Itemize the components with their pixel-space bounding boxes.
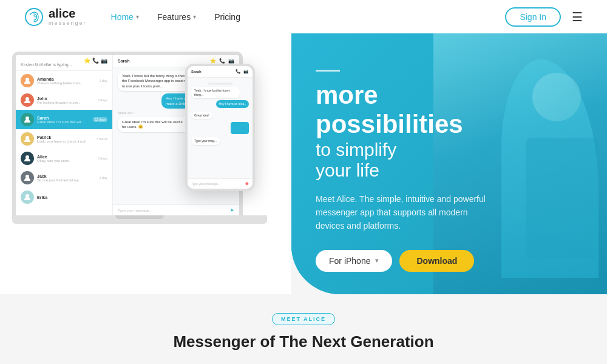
avatar-john (21, 93, 34, 107)
avatar-patrick (21, 132, 34, 146)
nav-right: Sign In ☰ (505, 7, 583, 27)
phone-bubble-1: Yeah, I know but the funny thing... (191, 87, 240, 98)
features-chevron-icon: ▾ (193, 13, 196, 20)
logo-sub: messenger (49, 20, 87, 26)
iphone-label: For iPhone (329, 256, 370, 266)
phone-chat: Sarah 📞 📷 Yeah, I know but the funny thi… (188, 66, 253, 189)
download-button[interactable]: Download (399, 250, 474, 272)
phone-topbar: Sarah 📞 📷 (188, 66, 253, 78)
logo[interactable]: alice messenger (24, 7, 87, 27)
phone-mockup: Sarah 📞 📷 Yeah, I know but the funny thi… (185, 64, 255, 191)
bubble-received-1: Yeah, I know but the funny thing is that… (118, 71, 191, 91)
sidebar: Kirsten McKellar is typing... ⭐ 📞 📷 (16, 55, 113, 215)
contact-erika[interactable]: Erika (16, 187, 112, 207)
phone-video-icon: 📷 (243, 69, 249, 74)
logo-name: alice (49, 7, 75, 20)
chat-input-bar: Type your message... ➤ (113, 204, 239, 215)
hero-title-big: morepossibilities (316, 81, 522, 140)
contact-sarah[interactable]: Sarah Great idea! I'm sure this wil... 1… (16, 110, 112, 129)
phone-messages: Yeah, I know but the funny thing... Hey … (188, 78, 253, 178)
hero-actions: For iPhone ▾ Download (316, 250, 522, 272)
svg-point-0 (25, 8, 42, 25)
chat-input-placeholder[interactable]: Type your message... (118, 209, 230, 212)
logo-icon (24, 7, 44, 27)
phone-input-bar: Type your message... ⊕ (188, 178, 253, 189)
phone-call-icon: 📞 (236, 69, 241, 74)
phone-send-icon[interactable]: ⊕ (245, 181, 249, 186)
home-chevron-icon: ▾ (136, 13, 139, 20)
hero-title: morepossibilities to simplifyyour life (316, 81, 522, 181)
contact-info: Amanda There's nothing better than... (37, 77, 97, 85)
hero-description: Meet Alice. The simple, intuitive and po… (316, 192, 486, 233)
phone-bubble-3: Great idea! (191, 112, 212, 120)
hero-left: Kirsten McKellar is typing... ⭐ 📞 📷 (0, 33, 291, 294)
nav-home[interactable]: Home ▾ (111, 12, 139, 22)
avatar-amanda (21, 74, 34, 87)
contact-patrick[interactable]: Patrick Look, you have to check it out! … (16, 129, 112, 149)
hero-title-sub: to simplifyyour life (316, 140, 522, 181)
send-icon[interactable]: ➤ (230, 207, 234, 213)
hero-line-decoration (316, 70, 340, 72)
hamburger-icon[interactable]: ☰ (572, 10, 583, 24)
nav-links: Home ▾ Features ▾ Pricing (111, 12, 506, 22)
avatar-alice (21, 152, 34, 165)
typing-status: Kirsten McKellar is typing... ⭐ 📞 📷 (16, 60, 112, 71)
hero-section: Kirsten McKellar is typing... ⭐ 📞 📷 (0, 33, 607, 294)
avatar-jack (21, 171, 34, 184)
meet-alice-section: MEET ALICE Messenger of The Next Generat… (0, 294, 607, 364)
nav-pricing[interactable]: Pricing (214, 12, 240, 22)
meet-badge: MEET ALICE (272, 313, 335, 325)
signin-button[interactable]: Sign In (505, 7, 561, 27)
call-icon: 📞 (219, 58, 225, 64)
contact-amanda[interactable]: Amanda There's nothing better than... 1 … (16, 71, 112, 90)
hero-right: morepossibilities to simplifyyour life M… (291, 33, 607, 294)
navbar: alice messenger Home ▾ Features ▾ Pricin… (0, 0, 607, 33)
nav-features[interactable]: Features ▾ (157, 12, 196, 22)
video-icon: 📷 (228, 58, 234, 64)
laptop-base (12, 215, 267, 224)
phone-input-placeholder[interactable]: Type your message... (191, 182, 245, 186)
contact-alice[interactable]: Alice Okay, see you soon. 5 days (16, 149, 112, 168)
contact-john[interactable]: John I'm looking forward to see... 3 day… (16, 90, 112, 110)
bubble-received-2: Great idea! I'm sure this will be useful… (118, 117, 191, 132)
phone-bubble-2: Hey I have an idea.. (216, 100, 249, 108)
hero-content: morepossibilities to simplifyyour life M… (316, 70, 522, 272)
iphone-button[interactable]: For iPhone ▾ (316, 250, 392, 272)
star-icon: ⭐ (210, 58, 216, 64)
phone-bubble-4: Type your msg... (191, 137, 220, 145)
contact-jack[interactable]: Jack Sir I've just finished all my... 1 … (16, 168, 112, 187)
avatar-sarah (21, 113, 34, 126)
section-title: Messenger of The Next Generation (24, 332, 583, 351)
iphone-chevron-icon: ▾ (375, 257, 379, 265)
avatar-erika (21, 190, 34, 204)
